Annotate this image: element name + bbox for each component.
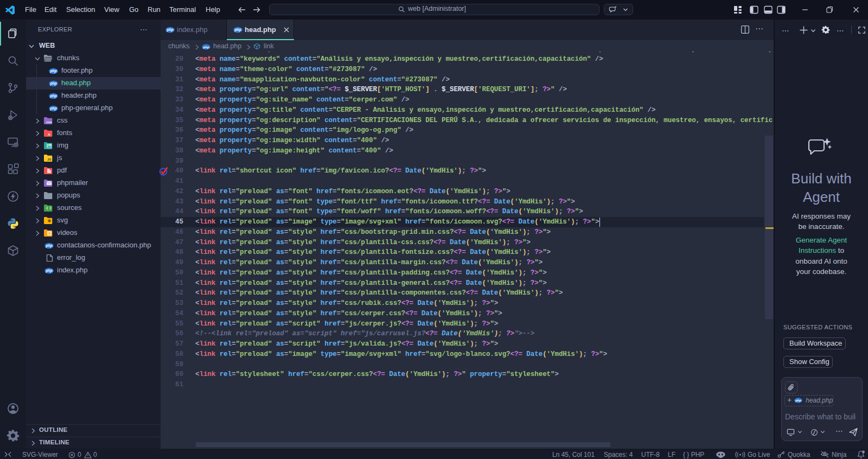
svg-text:css: css bbox=[46, 120, 52, 124]
svg-text:JS: JS bbox=[47, 157, 52, 161]
svg-text:php: php bbox=[167, 28, 174, 32]
svg-text:php: php bbox=[234, 28, 241, 32]
svg-text:php: php bbox=[46, 244, 53, 248]
svg-text:php: php bbox=[50, 81, 57, 86]
svg-text:php: php bbox=[50, 106, 57, 111]
svg-text:php: php bbox=[202, 45, 209, 49]
svg-text:php: php bbox=[795, 399, 801, 402]
svg-text:php: php bbox=[50, 69, 57, 73]
svg-text:php: php bbox=[46, 269, 53, 273]
svg-text:A: A bbox=[48, 132, 50, 136]
svg-text:php: php bbox=[50, 94, 57, 98]
